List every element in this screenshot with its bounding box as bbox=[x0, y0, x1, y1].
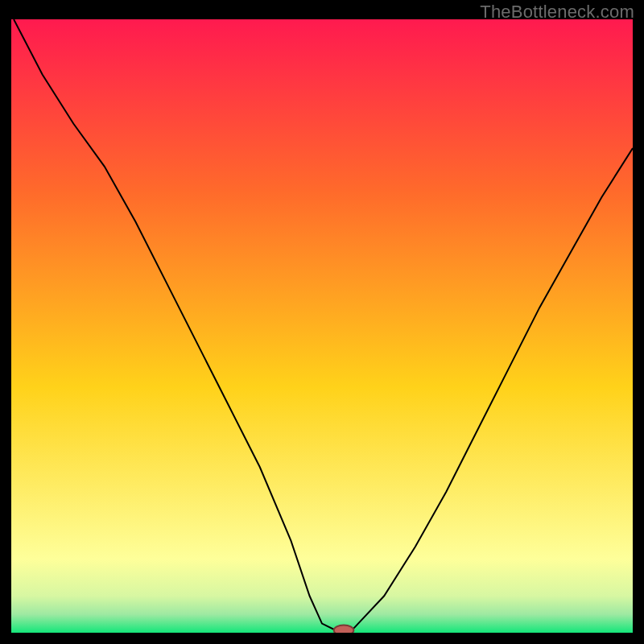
optimal-point-marker bbox=[334, 625, 354, 633]
chart-frame: TheBottleneck.com bbox=[0, 0, 644, 644]
gradient-background bbox=[11, 19, 633, 633]
watermark-text: TheBottleneck.com bbox=[480, 2, 634, 23]
plot-area bbox=[11, 19, 633, 633]
bottleneck-chart bbox=[11, 19, 633, 633]
